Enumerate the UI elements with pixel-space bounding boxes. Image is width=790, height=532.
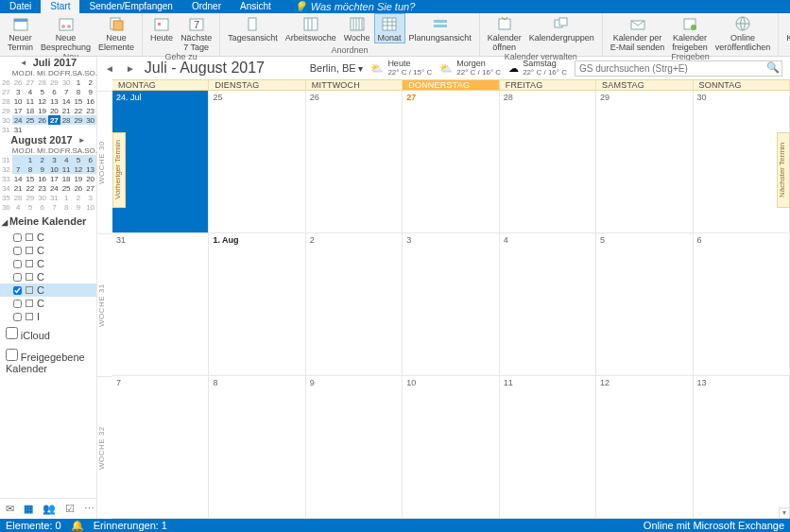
mini-day-cell[interactable]: 25 xyxy=(25,115,37,125)
calendar-nav-button[interactable]: ▦ xyxy=(24,503,33,515)
mini-day-cell[interactable]: 20 xyxy=(84,174,96,183)
mini-day-cell[interactable]: 27 xyxy=(84,183,96,193)
calendar-checkbox[interactable] xyxy=(13,273,22,282)
calendar-checkbox[interactable] xyxy=(13,313,22,321)
mini-day-cell[interactable]: 10 xyxy=(84,202,96,212)
mini-day-cell[interactable]: 12 xyxy=(73,164,85,174)
calendar-list-item[interactable]: C xyxy=(0,283,96,297)
day-cell[interactable]: 6 xyxy=(694,233,790,375)
calendar-checkbox[interactable] xyxy=(13,247,22,255)
mini-day-cell[interactable]: 23 xyxy=(36,183,48,193)
mini-day-cell[interactable]: 12 xyxy=(36,96,48,106)
prev-month-button[interactable]: ◄ xyxy=(20,59,27,67)
mini-day-cell[interactable]: 31 xyxy=(48,193,60,202)
mini-day-cell[interactable]: 26 xyxy=(73,183,85,193)
mini-day-cell[interactable]: 15 xyxy=(73,96,85,106)
new-appointment-button[interactable]: Neuer Termin xyxy=(4,13,37,52)
mini-day-cell[interactable]: 16 xyxy=(36,174,48,183)
next-7-days-button[interactable]: 7Nächste 7 Tage xyxy=(177,13,215,52)
mini-day-cell[interactable]: 21 xyxy=(60,106,73,115)
mini-day-cell[interactable]: 3 xyxy=(12,87,25,96)
mini-day-cell[interactable] xyxy=(25,125,37,134)
day-cell[interactable]: 8 xyxy=(209,376,305,518)
day-cell[interactable]: 28 xyxy=(500,91,596,232)
section-shared-calendars[interactable]: Freigegebene Kalender xyxy=(0,345,96,378)
publish-online-button[interactable]: Online veröffentlichen xyxy=(712,13,774,52)
mini-day-cell[interactable]: 7 xyxy=(48,202,60,212)
mini-day-cell[interactable] xyxy=(60,125,73,134)
tab-ansicht[interactable]: Ansicht xyxy=(231,0,281,13)
mini-day-cell[interactable]: 4 xyxy=(25,87,37,96)
week-view-button[interactable]: Woche xyxy=(340,13,374,43)
mini-day-cell[interactable]: 24 xyxy=(48,183,60,193)
mini-day-cell[interactable]: 2 xyxy=(73,193,85,202)
calendar-checkbox[interactable] xyxy=(13,233,22,242)
day-cell[interactable]: 11 xyxy=(500,376,596,518)
mini-day-cell[interactable]: 25 xyxy=(60,183,73,193)
day-cell[interactable]: 1. Aug xyxy=(209,233,305,375)
scroll-down-button[interactable]: ▾ xyxy=(779,507,790,519)
next-month-button[interactable]: ► xyxy=(78,136,86,145)
day-header-cell[interactable]: DIENSTAG xyxy=(209,80,305,90)
people-nav-button[interactable]: 👥 xyxy=(43,503,56,515)
mini-day-cell[interactable]: 3 xyxy=(48,155,60,164)
mini-day-cell[interactable]: 28 xyxy=(12,193,25,202)
mini-day-cell[interactable]: 24 xyxy=(12,115,25,125)
calendar-list-item[interactable]: C xyxy=(0,257,96,270)
search-input[interactable] xyxy=(575,60,782,77)
next-appointment-tab[interactable]: Nächster Termin xyxy=(777,132,790,208)
email-calendar-button[interactable]: Kalender per E-Mail senden xyxy=(607,13,669,52)
tell-me-search[interactable]: 💡 Was möchten Sie tun? xyxy=(284,0,424,13)
day-cell[interactable]: 31 xyxy=(112,233,209,375)
mini-day-cell[interactable]: 6 xyxy=(84,155,96,164)
mini-day-cell[interactable]: 10 xyxy=(48,164,60,174)
mini-day-cell[interactable]: 8 xyxy=(60,202,73,212)
tasks-nav-button[interactable]: ☑ xyxy=(65,503,75,515)
mini-day-cell[interactable]: 7 xyxy=(60,87,73,96)
section-icloud[interactable]: iCloud xyxy=(0,323,96,345)
tab-start[interactable]: Start xyxy=(41,0,79,13)
day-cell[interactable]: 5 xyxy=(596,233,693,375)
new-items-button[interactable]: Neue Elemente xyxy=(94,13,138,52)
mini-day-cell[interactable]: 14 xyxy=(12,174,25,183)
mini-day-cell[interactable]: 27 xyxy=(25,77,37,87)
mini-day-cell[interactable]: 30 xyxy=(60,77,73,87)
day-header-cell[interactable]: DONNERSTAG xyxy=(403,80,499,90)
mini-day-cell[interactable]: 28 xyxy=(36,77,48,87)
mini-day-cell[interactable]: 21 xyxy=(12,183,25,193)
calendar-list-item[interactable]: C xyxy=(0,270,96,283)
day-header-cell[interactable]: MITTWOCH xyxy=(306,80,403,90)
mini-day-cell[interactable]: 18 xyxy=(60,174,73,183)
mini-day-cell[interactable]: 1 xyxy=(25,155,37,164)
month-view-button[interactable]: Monat xyxy=(374,13,405,43)
mini-day-cell[interactable]: 11 xyxy=(25,96,37,106)
mini-day-cell[interactable]: 31 xyxy=(12,125,25,134)
tab-ordner[interactable]: Ordner xyxy=(182,0,231,13)
weather-location[interactable]: Berlin, BE ▾ xyxy=(310,62,364,74)
mini-calendar-august[interactable]: MO.DI.MI.DO.FR.SA.SO.3112345632789101112… xyxy=(0,146,96,212)
mini-day-cell[interactable]: 9 xyxy=(36,164,48,174)
mini-day-cell[interactable]: 5 xyxy=(36,87,48,96)
new-meeting-button[interactable]: Neue Besprechung xyxy=(37,13,94,52)
mini-day-cell[interactable]: 30 xyxy=(36,193,48,202)
mini-calendar-july[interactable]: MO.DI.MI.DO.FR.SA.SO.2626272829301227345… xyxy=(0,68,96,134)
open-calendar-button[interactable]: Kalender öffnen xyxy=(484,13,525,52)
mini-day-cell[interactable]: 30 xyxy=(84,115,96,125)
calendar-checkbox[interactable] xyxy=(13,300,22,308)
search-icon[interactable]: 🔍 xyxy=(766,61,780,74)
mini-day-cell[interactable]: 26 xyxy=(12,77,25,87)
next-range-button[interactable]: ► xyxy=(124,63,137,74)
day-header-cell[interactable]: SAMSTAG xyxy=(596,80,693,90)
mini-day-cell[interactable]: 17 xyxy=(48,174,60,183)
mini-day-cell[interactable]: 14 xyxy=(60,96,73,106)
weather-tomorrow[interactable]: ⛅Morgen22° C / 16° C xyxy=(439,60,501,77)
calendar-checkbox[interactable] xyxy=(13,260,22,268)
weather-saturday[interactable]: ☁Samstag22° C / 16° C xyxy=(508,60,567,77)
more-nav-button[interactable]: ⋯ xyxy=(84,503,94,515)
day-cell[interactable]: 13 xyxy=(694,376,790,518)
mini-day-cell[interactable]: 27 xyxy=(48,115,60,125)
mini-day-cell[interactable]: 22 xyxy=(73,106,85,115)
calendar-groups-button[interactable]: Kalendergruppen xyxy=(525,13,598,43)
day-cell[interactable]: 30 xyxy=(694,91,790,232)
mini-day-cell[interactable]: 4 xyxy=(60,155,73,164)
